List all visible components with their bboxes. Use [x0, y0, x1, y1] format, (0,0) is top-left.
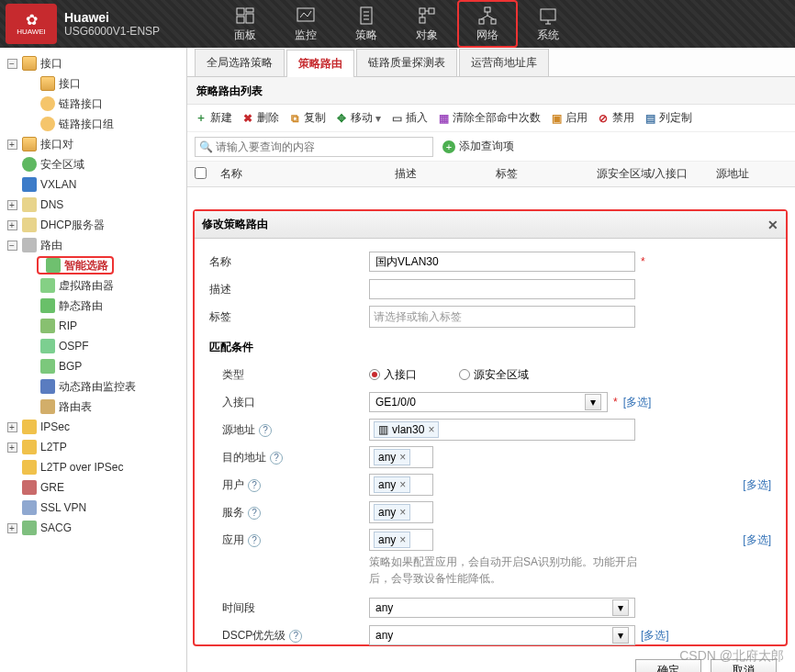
- ctab-policy-route[interactable]: 策略路由: [286, 50, 354, 77]
- add-query-button[interactable]: +添加查询项: [442, 139, 514, 154]
- col-desc[interactable]: 描述: [387, 166, 488, 182]
- help-icon[interactable]: ?: [259, 424, 272, 437]
- label-desc: 描述: [209, 282, 369, 297]
- pair-icon: [22, 137, 37, 151]
- chip-any-service[interactable]: any×: [374, 504, 410, 521]
- service-box[interactable]: any×: [369, 501, 433, 523]
- help-icon[interactable]: ?: [248, 479, 261, 492]
- chip-remove-icon[interactable]: ×: [399, 478, 406, 491]
- system-icon: [538, 6, 558, 26]
- chevron-down-icon: ▾: [612, 599, 629, 616]
- tool-insert[interactable]: ▭插入: [390, 110, 428, 126]
- tool-move[interactable]: ✥移动▾: [335, 110, 381, 126]
- ctab-isp-db[interactable]: 运营商地址库: [459, 49, 549, 76]
- tree-dynamic-route-table[interactable]: 动态路由监控表: [0, 376, 186, 397]
- nav-tree[interactable]: −接口 接口 链路接口 链路接口组 +接口对 安全区域 VXLAN +DNS +…: [0, 48, 187, 672]
- help-icon[interactable]: ?: [270, 452, 283, 465]
- radio-src-zone[interactable]: 源安全区域: [459, 367, 529, 383]
- dscp-select[interactable]: any▾: [369, 625, 635, 645]
- tree-gre[interactable]: GRE: [0, 477, 186, 498]
- chip-any-app[interactable]: any×: [374, 532, 410, 548]
- svg-rect-3: [237, 17, 244, 23]
- tree-ospf[interactable]: OSPF: [0, 336, 186, 356]
- tool-clear[interactable]: ▦清除全部命中次数: [437, 110, 541, 126]
- help-icon[interactable]: ?: [289, 630, 302, 643]
- tag-input[interactable]: 请选择或输入标签: [369, 306, 635, 328]
- tree-rip[interactable]: RIP: [0, 316, 186, 336]
- src-addr-box[interactable]: ▥vlan30×: [369, 419, 635, 441]
- time-select[interactable]: any▾: [369, 598, 635, 618]
- tree-sslvpn[interactable]: SSL VPN: [0, 498, 186, 518]
- help-icon[interactable]: ?: [248, 534, 261, 547]
- tree-link-interface-group[interactable]: 链路接口组: [0, 114, 186, 134]
- chevron-down-icon: ▾: [612, 627, 629, 644]
- more-in-interface[interactable]: [多选]: [623, 395, 652, 410]
- search-icon: 🔍: [199, 140, 213, 153]
- close-icon[interactable]: ✕: [767, 218, 778, 232]
- in-interface-select[interactable]: GE1/0/0▾: [369, 392, 608, 412]
- tree-dhcp[interactable]: +DHCP服务器: [0, 215, 186, 235]
- tool-copy[interactable]: ⧉复制: [288, 110, 326, 126]
- tree-virtual-router[interactable]: 虚拟路由器: [0, 275, 186, 296]
- vxlan-icon: [22, 177, 37, 192]
- tree-vxlan[interactable]: VXLAN: [0, 174, 186, 195]
- tree-route-table[interactable]: 路由表: [0, 397, 186, 417]
- col-src-addr[interactable]: 源地址: [709, 166, 756, 182]
- dialog-titlebar[interactable]: 修改策略路由 ✕: [195, 211, 786, 239]
- ctab-link-quality[interactable]: 链路质量探测表: [356, 49, 457, 76]
- chip-any-dst[interactable]: any×: [374, 449, 410, 465]
- tree-interface-sub[interactable]: 接口: [0, 73, 186, 94]
- svg-rect-1: [246, 8, 253, 12]
- tree-l2tp-over-ipsec[interactable]: L2TP over IPSec: [0, 457, 186, 477]
- tool-columns[interactable]: ▤列定制: [644, 110, 692, 126]
- tree-route[interactable]: −路由: [0, 235, 186, 255]
- more-user[interactable]: [多选]: [743, 477, 771, 493]
- desc-input[interactable]: [369, 279, 635, 299]
- tree-static-route[interactable]: 静态路由: [0, 296, 186, 316]
- app-box[interactable]: any×: [369, 529, 433, 551]
- tree-smart-route[interactable]: 智能选路: [0, 255, 186, 275]
- tree-security-zone[interactable]: 安全区域: [0, 154, 186, 174]
- chip-remove-icon[interactable]: ×: [428, 423, 434, 436]
- tree-dns[interactable]: +DNS: [0, 195, 186, 215]
- tab-object[interactable]: 对象: [397, 0, 457, 48]
- chip-remove-icon[interactable]: ×: [399, 506, 406, 519]
- user-box[interactable]: any×: [369, 474, 433, 496]
- chip-remove-icon[interactable]: ×: [399, 451, 406, 464]
- tool-enable[interactable]: ▣启用: [550, 110, 588, 126]
- dst-addr-box[interactable]: any×: [369, 446, 433, 468]
- link-icon: [40, 117, 55, 131]
- chip-remove-icon[interactable]: ×: [399, 533, 406, 546]
- match-section-title: 匹配条件: [209, 340, 771, 355]
- port-icon: [40, 76, 55, 91]
- chip-vlan30[interactable]: ▥vlan30×: [374, 421, 439, 438]
- tree-bgp[interactable]: BGP: [0, 356, 186, 376]
- select-all-checkbox[interactable]: [195, 167, 207, 179]
- tree-sacg[interactable]: +SACG: [0, 518, 186, 538]
- tab-network[interactable]: 网络: [457, 0, 518, 48]
- radio-in-interface[interactable]: 入接口: [369, 367, 417, 383]
- tab-dashboard[interactable]: 面板: [215, 0, 275, 48]
- tool-disable[interactable]: ⊘禁用: [597, 110, 634, 126]
- help-icon[interactable]: ?: [248, 507, 261, 520]
- more-dscp[interactable]: [多选]: [641, 628, 669, 644]
- tree-interface-pair[interactable]: +接口对: [0, 134, 186, 154]
- chip-any-user[interactable]: any×: [374, 476, 410, 493]
- tool-delete[interactable]: ✖删除: [241, 110, 279, 126]
- tab-policy[interactable]: 策略: [336, 0, 397, 48]
- tree-link-interface[interactable]: 链路接口: [0, 94, 186, 114]
- name-input[interactable]: [369, 252, 635, 272]
- tool-new[interactable]: ＋新建: [195, 110, 232, 126]
- col-src[interactable]: 源安全区域/入接口: [589, 166, 709, 182]
- col-tag[interactable]: 标签: [488, 166, 589, 182]
- tree-l2tp[interactable]: +L2TP: [0, 437, 186, 457]
- search-input[interactable]: [195, 137, 433, 157]
- tab-monitor[interactable]: 监控: [275, 0, 336, 48]
- tree-interface[interactable]: −接口: [0, 53, 186, 73]
- tab-system[interactable]: 系统: [518, 0, 578, 48]
- col-name[interactable]: 名称: [213, 166, 387, 182]
- brand-text: Huawei USG6000V1-ENSP: [64, 10, 160, 38]
- ctab-global[interactable]: 全局选路策略: [195, 49, 285, 76]
- more-app[interactable]: [多选]: [743, 532, 771, 548]
- tree-ipsec[interactable]: +IPSec: [0, 417, 186, 437]
